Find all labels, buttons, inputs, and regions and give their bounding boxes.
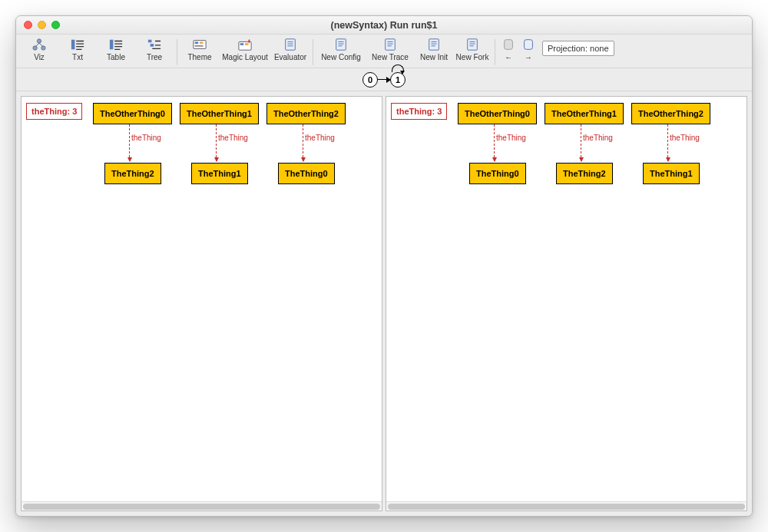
- graph-edge: [216, 124, 217, 161]
- svg-rect-26: [245, 43, 249, 45]
- graph-edge: [129, 124, 130, 161]
- graph-node[interactable]: TheThing1: [643, 163, 700, 184]
- table-label: Table: [107, 53, 125, 61]
- magic-layout-button[interactable]: Magic Layout: [220, 38, 270, 67]
- graph-edge: [303, 124, 303, 161]
- graph-node[interactable]: TheThing2: [104, 163, 161, 184]
- maximize-icon[interactable]: [51, 21, 60, 29]
- viz-pane-right: theThing: 3 TheOtherThing0 TheOtherThing…: [386, 96, 747, 511]
- trace-state-1[interactable]: 1: [390, 72, 406, 88]
- toolbar: Viz Txt Table: [16, 35, 752, 68]
- graph-node[interactable]: TheThing2: [556, 163, 613, 184]
- svg-rect-20: [194, 41, 206, 49]
- svg-rect-29: [286, 39, 296, 50]
- svg-rect-16: [151, 44, 154, 47]
- sig-badge: theThing: 3: [26, 103, 82, 120]
- graph-edge: [494, 124, 495, 161]
- svg-rect-25: [240, 43, 244, 45]
- toolbar-separator-3: [495, 39, 495, 65]
- graph-edge: [667, 124, 668, 161]
- trace-state-0[interactable]: 0: [362, 72, 378, 88]
- graph-edge-label: theThing: [495, 134, 526, 142]
- graph-node[interactable]: TheThing0: [469, 163, 526, 184]
- theme-button[interactable]: Theme: [181, 38, 218, 67]
- svg-rect-41: [429, 39, 439, 50]
- svg-rect-23: [195, 45, 204, 47]
- svg-rect-10: [110, 40, 114, 50]
- evaluator-label: Evaluator: [274, 53, 306, 61]
- new-trace-label: New Trace: [372, 53, 409, 61]
- sig-badge: theThing: 3: [391, 103, 447, 120]
- tree-label: Tree: [147, 53, 162, 61]
- txt-label: Txt: [72, 53, 83, 61]
- theme-label: Theme: [187, 53, 211, 61]
- table-icon: [108, 38, 124, 51]
- graph-node[interactable]: TheOtherThing1: [545, 103, 624, 124]
- graph-node[interactable]: TheThing0: [278, 163, 335, 184]
- close-icon[interactable]: [24, 21, 32, 29]
- prev-label: ←: [505, 53, 512, 61]
- new-init-button[interactable]: New Init: [415, 38, 452, 67]
- new-trace-button[interactable]: New Trace: [366, 38, 414, 67]
- trace-bar: 0 1: [16, 68, 752, 91]
- scrollbar-thumb[interactable]: [23, 504, 380, 510]
- table-button[interactable]: Table: [98, 38, 134, 67]
- new-config-button[interactable]: New Config: [317, 38, 365, 67]
- viz-icon: [31, 38, 48, 51]
- graph-edge-label: theThing: [217, 134, 248, 142]
- new-fork-button[interactable]: New Fork: [454, 38, 491, 67]
- viz-button[interactable]: Viz: [21, 38, 58, 67]
- graph-node[interactable]: TheOtherThing1: [180, 103, 259, 124]
- graph-edge: [581, 124, 581, 161]
- magic-layout-label: Magic Layout: [222, 53, 267, 61]
- svg-rect-15: [148, 40, 152, 43]
- h-scrollbar-left[interactable]: [22, 501, 382, 511]
- h-scrollbar-right[interactable]: [386, 501, 746, 511]
- graph-edge-label: theThing: [581, 134, 613, 142]
- svg-rect-28: [249, 41, 250, 43]
- toolbar-separator: [177, 39, 177, 65]
- graph-node[interactable]: TheOtherThing2: [631, 103, 710, 124]
- prev-scroll-icon: [502, 38, 515, 51]
- viz-canvas-right[interactable]: theThing: 3 TheOtherThing0 TheOtherThing…: [386, 97, 746, 501]
- graph-edge-label: theThing: [303, 134, 335, 142]
- theme-icon: [191, 38, 208, 51]
- prev-state-button[interactable]: ←: [499, 38, 518, 67]
- svg-rect-33: [336, 39, 346, 50]
- svg-rect-49: [505, 40, 513, 50]
- svg-point-2: [41, 46, 45, 50]
- new-init-label: New Init: [420, 53, 448, 61]
- graph-node[interactable]: TheOtherThing0: [458, 103, 537, 124]
- projection-dropdown[interactable]: Projection: none: [542, 41, 614, 56]
- evaluator-icon: [282, 38, 299, 51]
- projection-label: Projection: none: [548, 44, 609, 53]
- svg-point-1: [33, 46, 37, 50]
- evaluator-button[interactable]: Evaluator: [272, 38, 309, 67]
- viz-canvas-left[interactable]: theThing: 3 TheOtherThing0 TheOtherThing…: [22, 97, 382, 501]
- txt-icon: [69, 38, 86, 51]
- minimize-icon[interactable]: [38, 21, 46, 29]
- tree-icon: [146, 38, 163, 51]
- tree-button[interactable]: Tree: [136, 38, 173, 67]
- next-label: →: [525, 53, 532, 61]
- next-state-button[interactable]: →: [519, 38, 538, 67]
- window-title: (newSyntax) Run run$1: [16, 20, 752, 31]
- svg-rect-5: [71, 40, 75, 50]
- svg-rect-22: [200, 41, 204, 44]
- titlebar: (newSyntax) Run run$1: [16, 16, 752, 35]
- graph-node[interactable]: TheOtherThing0: [93, 103, 172, 124]
- new-config-label: New Config: [321, 53, 361, 61]
- trace-arrow: [378, 79, 390, 81]
- scrollbar-thumb[interactable]: [388, 504, 745, 510]
- new-init-icon: [425, 38, 442, 51]
- graph-node[interactable]: TheOtherThing2: [266, 103, 346, 124]
- magic-layout-icon: [237, 38, 253, 51]
- svg-line-4: [39, 43, 43, 46]
- svg-marker-27: [248, 39, 251, 42]
- new-trace-icon: [382, 38, 399, 51]
- viz-pane-left: theThing: 3 TheOtherThing0 TheOtherThing…: [21, 96, 382, 511]
- svg-rect-37: [386, 39, 396, 50]
- new-config-icon: [333, 38, 349, 51]
- txt-button[interactable]: Txt: [59, 38, 96, 67]
- graph-node[interactable]: TheThing1: [191, 163, 248, 184]
